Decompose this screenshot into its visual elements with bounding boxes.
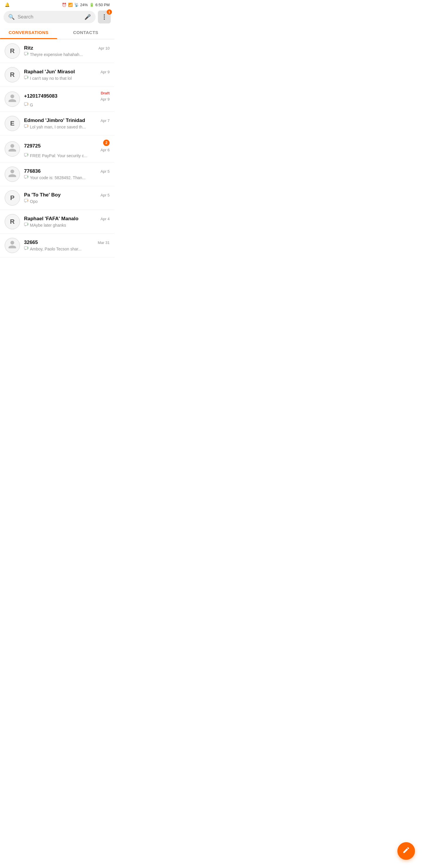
conversation-name: +12017495083 [24,93,58,99]
conversation-content: 32665Mar 31 Amboy, Paolo Tecson shar... [24,240,109,251]
svg-marker-19 [25,202,26,203]
conversation-preview: MAybe later ghanks [24,223,109,227]
svg-marker-10 [25,127,26,128]
conversation-right: Apr 4 [100,217,109,221]
svg-marker-5 [27,76,28,78]
svg-marker-16 [25,178,26,179]
message-direction-icon [24,199,29,204]
message-direction-icon [24,76,29,81]
conversation-date: Apr 6 [100,148,109,152]
unread-badge: 2 [103,140,109,146]
preview-text: I can't say no to that lol [30,76,72,81]
avatar: E [5,116,20,131]
tab-bar: CONVERSATIONS CONTACTS [0,26,114,39]
mic-icon[interactable]: 🎤 [85,14,91,20]
search-bar-area: 🔍 Search 🎤 1 [0,8,114,26]
preview-text: FREE PayPal: Your security c... [30,153,87,158]
conversation-right: DraftApr 9 [100,91,109,101]
silhouette-icon [8,143,17,155]
svg-marker-13 [25,156,26,157]
search-icon: 🔍 [8,14,15,20]
conversation-date: Apr 7 [100,119,109,123]
conversation-preview: Amboy, Paolo Tecson shar... [24,246,109,251]
message-direction-icon [24,102,29,107]
avatar: P [5,190,20,206]
silhouette-icon [8,240,17,251]
conversation-name: Pa 'To The' Boy [24,192,61,198]
conversation-item[interactable]: RRitzApr 10 Theyre expensive hahahah... [0,39,114,63]
conversation-item[interactable]: RRaphael 'Jun' MirasolApr 9 I can't say … [0,63,114,87]
conversation-date: Apr 4 [100,217,109,221]
conversation-name: 729725 [24,143,41,149]
tab-contacts[interactable]: CONTACTS [57,26,114,39]
conversation-content: Raphael 'Jun' MirasolApr 9 I can't say n… [24,69,109,81]
conversation-right: Apr 5 [100,193,109,197]
preview-text: G [30,103,33,107]
conversation-content: +12017495083DraftApr 9 G [24,91,109,107]
conversation-list: RRitzApr 10 Theyre expensive hahahah...R… [0,39,114,257]
conversation-preview: Lol yah man, I once saved th... [24,124,109,129]
conversation-content: Raphael 'FAFA' ManaloApr 4 MAybe later g… [24,216,109,227]
svg-marker-14 [27,154,28,155]
conversation-date: Apr 9 [100,97,109,101]
svg-marker-1 [25,55,26,56]
svg-marker-17 [27,176,28,178]
preview-text: Lol yah man, I once saved th... [30,125,86,129]
conversation-preview: FREE PayPal: Your security c... [24,153,109,158]
conversation-name: 776836 [24,168,41,174]
conversation-right: Apr 7 [100,119,109,123]
conversation-content: RitzApr 10 Theyre expensive hahahah... [24,45,109,57]
svg-marker-4 [25,79,26,80]
time: 6:50 PM [96,3,109,7]
svg-marker-25 [25,249,26,250]
silhouette-icon [8,94,17,105]
three-dots-icon [104,14,105,20]
conversation-name: Edmond 'Jimbro' Trinidad [24,118,85,123]
conversation-item[interactable]: EEdmond 'Jimbro' TrinidadApr 7 Lol yah m… [0,112,114,135]
conversation-preview: Opo [24,199,109,204]
message-direction-icon [24,175,29,180]
conversation-right: Apr 9 [100,70,109,74]
conversation-item[interactable]: RRaphael 'FAFA' ManaloApr 4 MAybe later … [0,210,114,234]
tab-conversations[interactable]: CONVERSATIONS [0,26,57,39]
preview-text: Theyre expensive hahahah... [30,52,83,57]
avatar [5,141,20,157]
conversation-date: Apr 9 [100,70,109,74]
search-bar[interactable]: 🔍 Search 🎤 [3,11,96,23]
silhouette-icon [8,168,17,180]
conversation-item[interactable]: PPa 'To The' BoyApr 5 Opo [0,186,114,210]
avatar: R [5,43,20,59]
wifi-icon: 📶 [68,3,73,7]
svg-marker-22 [25,225,26,226]
conversation-name: Raphael 'FAFA' Manalo [24,216,78,222]
menu-badge: 1 [107,9,112,15]
message-direction-icon [24,52,29,57]
alarm-icon: 🔔 [5,2,10,7]
clock-icon: ⏰ [62,3,67,7]
conversation-right: Apr 5 [100,169,109,174]
conversation-name: Raphael 'Jun' Mirasol [24,69,75,75]
message-direction-icon [24,153,29,158]
preview-text: Your code is: 5828492. Than... [30,175,86,180]
avatar: R [5,67,20,83]
avatar: R [5,214,20,229]
svg-marker-7 [25,105,26,106]
conversation-item[interactable]: 7297252Apr 6 FREE PayPal: Your security … [0,135,114,162]
conversation-name: 32665 [24,240,38,245]
avatar [5,92,20,107]
conversation-content: 7297252Apr 6 FREE PayPal: Your security … [24,140,109,158]
battery-icon: 🔋 [89,3,94,7]
menu-button[interactable]: 1 [98,10,111,24]
svg-marker-8 [27,103,28,105]
message-direction-icon [24,124,29,129]
conversation-item[interactable]: +12017495083DraftApr 9 G [0,87,114,112]
conversation-content: Edmond 'Jimbro' TrinidadApr 7 Lol yah ma… [24,118,109,129]
svg-marker-23 [27,223,28,225]
search-placeholder: Search [18,14,82,20]
conversation-preview: Theyre expensive hahahah... [24,52,109,57]
conversation-item[interactable]: 776836Apr 5 Your code is: 5828492. Than.… [0,162,114,186]
conversation-content: 776836Apr 5 Your code is: 5828492. Than.… [24,168,109,180]
conversation-item[interactable]: 32665Mar 31 Amboy, Paolo Tecson shar... [0,234,114,257]
conversation-right: Mar 31 [98,241,109,245]
conversation-date: Apr 5 [100,193,109,197]
